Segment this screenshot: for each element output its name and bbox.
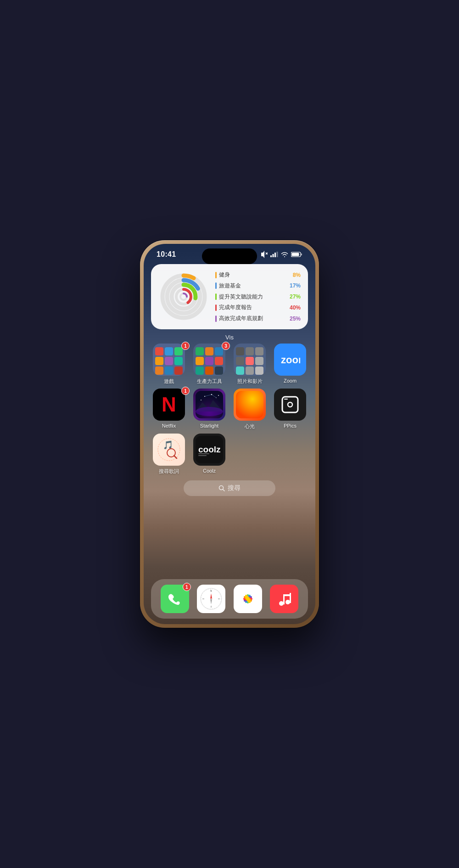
app-icon-coolz: coolz bbox=[193, 434, 225, 466]
goal-dot-2 bbox=[215, 282, 217, 289]
status-icons bbox=[261, 251, 302, 258]
dock-item-photos[interactable] bbox=[234, 585, 262, 613]
badge-productivity: 3 bbox=[222, 342, 230, 350]
goal-row-3: 提升英文聽說能力 27% bbox=[215, 293, 301, 300]
goal-label-4: 完成年度報告 bbox=[219, 304, 252, 311]
wifi-icon bbox=[281, 252, 288, 257]
app-label-starlight: Starlight bbox=[191, 423, 228, 428]
svg-point-26 bbox=[201, 400, 202, 400]
goal-row-1: 健身 8% bbox=[215, 271, 301, 278]
app-item-ppics[interactable]: PPics bbox=[271, 389, 309, 430]
svg-rect-2 bbox=[270, 255, 272, 257]
goal-dot-5 bbox=[215, 316, 217, 322]
goal-pct-5: 25% bbox=[290, 316, 301, 322]
status-time: 10:41 bbox=[157, 250, 176, 259]
app-icon-zoom: zoom bbox=[274, 344, 306, 376]
app-item-xinguang[interactable]: 心光 bbox=[231, 389, 269, 430]
dock-icon-music bbox=[270, 585, 298, 613]
goal-pct-4: 40% bbox=[290, 304, 301, 311]
goals-list: 健身 8% 旅遊基金 17% 提升英文聽說能力 27% bbox=[215, 271, 301, 322]
app-item-coolz[interactable]: coolz Coolz bbox=[190, 434, 228, 475]
goal-row-4: 完成年度報告 40% bbox=[215, 304, 301, 311]
dock-item-safari[interactable]: N bbox=[197, 585, 225, 613]
app-icon-xinguang bbox=[234, 389, 266, 421]
svg-text:N: N bbox=[162, 393, 176, 416]
badge-phone: 1 bbox=[183, 583, 191, 591]
svg-line-38 bbox=[174, 456, 177, 458]
battery-icon bbox=[291, 252, 302, 257]
signal-icon bbox=[270, 252, 278, 257]
dynamic-island bbox=[202, 248, 257, 264]
phone-frame: 10:41 bbox=[140, 240, 319, 628]
goal-pct-2: 17% bbox=[290, 282, 301, 289]
svg-rect-42 bbox=[198, 455, 207, 456]
app-item-photos-videos[interactable]: 照片和影片 bbox=[231, 344, 269, 385]
svg-rect-70 bbox=[283, 594, 291, 596]
goals-widget[interactable]: 健身 8% 旅遊基金 17% 提升英文聽說能力 27% bbox=[151, 264, 308, 329]
svg-rect-34 bbox=[284, 399, 288, 400]
svg-rect-41 bbox=[198, 453, 209, 454]
goal-label-1: 健身 bbox=[219, 271, 230, 278]
goal-pct-1: 8% bbox=[293, 272, 301, 278]
svg-point-67 bbox=[285, 600, 290, 604]
app-item-starlight[interactable]: Starlight bbox=[190, 389, 228, 430]
svg-point-33 bbox=[288, 402, 292, 407]
goal-label-3: 提升英文聽說能力 bbox=[219, 293, 263, 300]
goal-dot-3 bbox=[215, 293, 217, 300]
search-placeholder: 搜尋 bbox=[228, 484, 241, 492]
goal-pct-3: 27% bbox=[290, 293, 301, 300]
app-label-zoom: Zoom bbox=[272, 378, 308, 383]
dock: 1 N bbox=[151, 579, 308, 619]
svg-point-30 bbox=[196, 407, 223, 416]
svg-point-27 bbox=[218, 395, 219, 396]
svg-rect-7 bbox=[301, 254, 302, 255]
mute-icon bbox=[261, 251, 268, 258]
goal-dot-4 bbox=[215, 304, 217, 311]
dock-icon-safari: N bbox=[197, 585, 225, 613]
dock-item-music[interactable] bbox=[270, 585, 298, 613]
app-icon-music-search: 🎵 bbox=[153, 434, 185, 466]
goal-row-2: 旅遊基金 17% bbox=[215, 282, 301, 289]
app-label-ppics: PPics bbox=[272, 423, 308, 428]
badge-games: 1 bbox=[181, 342, 190, 350]
app-label-photos-videos: 照片和影片 bbox=[231, 378, 268, 385]
app-icon-games bbox=[153, 344, 185, 376]
app-item-games[interactable]: 1 遊戲 bbox=[150, 344, 188, 385]
svg-line-44 bbox=[223, 490, 225, 491]
app-icon-productivity bbox=[193, 344, 225, 376]
app-label-coolz: Coolz bbox=[191, 468, 228, 473]
app-label-xinguang: 心光 bbox=[231, 423, 268, 430]
svg-rect-5 bbox=[277, 252, 278, 257]
app-item-productivity[interactable]: 3 生產力工具 bbox=[190, 344, 228, 385]
goal-label-5: 高效完成年底規劃 bbox=[219, 315, 263, 322]
app-icon-netflix: N bbox=[153, 389, 185, 421]
badge-netflix: 1 bbox=[181, 387, 190, 395]
dock-item-phone[interactable]: 1 bbox=[161, 585, 189, 613]
app-icon-ppics bbox=[274, 389, 306, 421]
search-icon bbox=[218, 485, 225, 491]
app-label-music-search: 搜尋歌詞 bbox=[151, 468, 187, 475]
app-item-zoom[interactable]: zoom Zoom bbox=[271, 344, 309, 385]
goal-row-5: 高效完成年底規劃 25% bbox=[215, 315, 301, 322]
svg-rect-8 bbox=[292, 253, 299, 256]
app-icon-photos-videos bbox=[234, 344, 266, 376]
goal-label-2: 旅遊基金 bbox=[219, 282, 241, 289]
app-item-music-search[interactable]: 🎵 搜尋歌詞 bbox=[150, 434, 188, 475]
app-label-games: 遊戲 bbox=[151, 378, 187, 385]
app-icon-starlight bbox=[193, 389, 225, 421]
app-label-productivity: 生產力工具 bbox=[191, 378, 228, 385]
goal-dot-1 bbox=[215, 272, 217, 278]
svg-text:zoom: zoom bbox=[281, 354, 300, 366]
activity-rings bbox=[158, 271, 209, 322]
app-item-netflix[interactable]: N 1 Netflix bbox=[150, 389, 188, 430]
search-bar[interactable]: 搜尋 bbox=[184, 480, 275, 496]
svg-point-66 bbox=[279, 601, 284, 606]
app-grid: 1 遊戲 3 生產力工具 bbox=[144, 344, 315, 475]
svg-rect-4 bbox=[274, 253, 276, 257]
svg-text:N: N bbox=[210, 589, 212, 592]
svg-rect-3 bbox=[273, 254, 274, 257]
app-label-netflix: Netflix bbox=[151, 423, 187, 428]
svg-text:coolz: coolz bbox=[198, 445, 221, 454]
svg-rect-31 bbox=[236, 391, 263, 418]
dock-icon-photos bbox=[234, 585, 262, 613]
